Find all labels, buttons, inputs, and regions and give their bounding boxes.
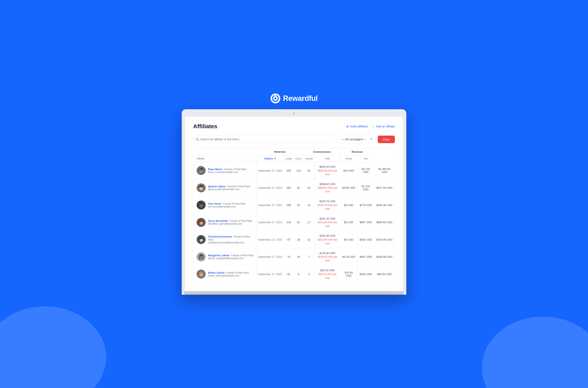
th-visitors: Visitors ▼ bbox=[257, 156, 284, 162]
header-actions: ✉ Invite affiliates ✓ Add an affiliate bbox=[346, 124, 395, 128]
visitors-count: 153 bbox=[284, 214, 294, 231]
table-row[interactable]: 👩🏼 Belkis Daniel Friends of Pied Piper d… bbox=[193, 266, 395, 283]
unpaid-main: $396.60 USD bbox=[316, 182, 339, 186]
conv-count: 12 bbox=[303, 231, 315, 248]
unpaid-commission: $26.10 USD $26.10 USD due now bbox=[314, 266, 340, 283]
unpaid-due: $162.60 USD due now bbox=[316, 238, 339, 245]
avatar: 👨🏾 bbox=[197, 200, 206, 210]
table-row[interactable]: 👩🏽 Margarite Ledner Friends of Pied Pipe… bbox=[193, 248, 395, 266]
unpaid-commission: $620.40 USD $620.40 USD due now bbox=[314, 162, 340, 179]
gross-revenue: $2,118 USD bbox=[357, 162, 374, 179]
visitors-count: 87 bbox=[284, 231, 294, 248]
affiliate-name-row: Tom Veum Friends of Pied Piper bbox=[208, 202, 246, 205]
affiliate-name-row: Beau Moen Friends of Pied Piper bbox=[208, 168, 247, 171]
th-leads: Leads bbox=[284, 156, 294, 162]
affiliate-name[interactable]: Ignacio Upton bbox=[208, 185, 226, 188]
leads-count: 20 bbox=[294, 248, 303, 266]
visitors-count: 74 bbox=[284, 248, 294, 266]
joined-date: September 27, 2022 bbox=[257, 231, 284, 248]
paid-commission: $0 USD bbox=[340, 214, 357, 231]
leads-count: 42 bbox=[294, 196, 303, 214]
affiliate-cell: 👩🏻 Christinia Kovacek Friends of Pied Pi… bbox=[193, 231, 257, 248]
table-row[interactable]: 👨🏽 Beau Moen Friends of Pied Piper beau_… bbox=[193, 162, 395, 179]
affiliate-campaign: Friends of Pied Piper bbox=[227, 185, 250, 188]
affiliate-email: ignacio.upton@example.com bbox=[208, 188, 250, 191]
affiliate-details: Gerry Bechtelar Friends of Pied Piper be… bbox=[208, 219, 252, 225]
net-revenue: $379.40 USD bbox=[374, 231, 395, 248]
affiliate-name[interactable]: Christinia Kovacek bbox=[208, 235, 232, 238]
affiliate-campaign: Friends of Pied Piper bbox=[226, 271, 249, 274]
affiliate-info: 👩🏽 Margarite Ledner Friends of Pied Pipe… bbox=[197, 252, 255, 261]
unpaid-commission: $162.60 USD $162.60 USD due now bbox=[314, 231, 340, 248]
conv-count: 43 bbox=[303, 162, 315, 179]
leads-count: 29 bbox=[294, 231, 303, 248]
table-sub-header: Affiliate Visitors ▼ Leads Conv. bbox=[193, 156, 395, 162]
envelope-icon: ✉ bbox=[346, 124, 349, 128]
paid-commission: $14.40 USD bbox=[340, 266, 357, 283]
unpaid-main: $26.10 USD bbox=[316, 268, 339, 272]
table-row[interactable]: 👩 Gerry Bechtelar Friends of Pied Piper … bbox=[193, 214, 395, 231]
affiliate-info: 👩🏻 Christinia Kovacek Friends of Pied Pi… bbox=[197, 235, 255, 244]
rewardful-logo-icon bbox=[270, 93, 281, 103]
invite-affiliates-link[interactable]: ✉ Invite affiliates bbox=[346, 124, 368, 128]
affiliate-cell: 👨🏽 Beau Moen Friends of Pied Piper beau_… bbox=[193, 162, 257, 179]
table-row[interactable]: 👩🏻 Christinia Kovacek Friends of Pied Pi… bbox=[193, 231, 395, 248]
affiliate-details: Christinia Kovacek Friends of Pied Piper… bbox=[208, 235, 255, 244]
affiliate-name[interactable]: Tom Veum bbox=[208, 202, 221, 205]
net-revenue: $655.80 USD bbox=[374, 214, 395, 231]
gross-revenue: $542 USD bbox=[357, 231, 374, 248]
checkmark-icon: ✓ bbox=[372, 124, 375, 128]
net-revenue: $326.90 USD bbox=[374, 248, 395, 266]
affiliate-info: 👩🏼 Belkis Daniel Friends of Pied Piper d… bbox=[197, 269, 255, 279]
visitors-count: 62 bbox=[284, 266, 294, 283]
affiliate-cell: 👨🏾 Tom Veum Friends of Pied Piper tom.ve… bbox=[193, 196, 257, 214]
table-group-header: Referrals Commissions Revenue bbox=[193, 148, 395, 156]
add-affiliate-link[interactable]: ✓ Add an affiliate bbox=[372, 124, 395, 128]
svg-point-2 bbox=[274, 97, 277, 99]
leads-count: 9 bbox=[294, 266, 303, 283]
search-icon: 🔍 bbox=[196, 138, 199, 141]
unpaid-due: $241.20 USD due now bbox=[316, 220, 339, 228]
avatar: 👩🏼 bbox=[197, 269, 206, 279]
th-conv: Conv. bbox=[294, 156, 303, 162]
net-revenue: $94.50 USD bbox=[374, 266, 395, 283]
page-header: Affiliates ✉ Invite affiliates ✓ Add an … bbox=[193, 123, 395, 130]
affiliate-email: tom.veum@example.com bbox=[208, 205, 246, 208]
affiliate-cell: 👩🏼 Belkis Daniel Friends of Pied Piper d… bbox=[193, 266, 257, 283]
visitors-count: 264 bbox=[284, 179, 294, 196]
joined-date: September 27, 2022 bbox=[257, 266, 284, 283]
table-row[interactable]: 👨🏻 Ignacio Upton Friends of Pied Piper i… bbox=[193, 179, 395, 196]
th-affiliate: Affiliate bbox=[193, 156, 257, 162]
paid-commission: $4.20 USD bbox=[340, 248, 357, 266]
laptop-base bbox=[184, 291, 404, 295]
avatar: 👨🏽 bbox=[197, 166, 206, 175]
gross-revenue: $1,378 USD bbox=[357, 179, 374, 196]
th-affiliate-group bbox=[193, 148, 257, 156]
visitors-count: 405 bbox=[284, 162, 294, 179]
clear-button[interactable]: Clear bbox=[378, 136, 395, 143]
affiliate-name[interactable]: Margarite Ledner bbox=[208, 254, 230, 257]
affiliate-name[interactable]: Belkis Daniel bbox=[208, 271, 225, 274]
th-revenue-group: Revenue bbox=[340, 148, 374, 156]
unpaid-main: $162.60 USD bbox=[316, 234, 339, 238]
affiliate-name[interactable]: Gerry Bechtelar bbox=[208, 219, 228, 222]
affiliate-name[interactable]: Beau Moen bbox=[208, 168, 222, 171]
table-row[interactable]: 👨🏾 Tom Veum Friends of Pied Piper tom.ve… bbox=[193, 196, 395, 214]
affiliate-cell: 👩🏽 Margarite Ledner Friends of Pied Pipe… bbox=[193, 248, 257, 266]
invite-affiliates-label: Invite affiliates bbox=[350, 125, 368, 128]
joined-date: September 27, 2022 bbox=[257, 214, 284, 231]
campaign-select[interactable]: — All campaigns — bbox=[338, 135, 375, 143]
svg-point-3 bbox=[275, 95, 276, 96]
affiliate-campaign: Friends of Pied Piper bbox=[224, 168, 247, 171]
search-wrapper: 🔍 bbox=[193, 135, 336, 143]
unpaid-commission: $233.70 USD $233.70 USD due now bbox=[314, 196, 340, 214]
affiliate-info: 👨🏾 Tom Veum Friends of Pied Piper tom.ve… bbox=[197, 200, 255, 210]
affiliates-table: Referrals Commissions Revenue Affili bbox=[193, 148, 395, 283]
avatar: 👩 bbox=[197, 218, 206, 227]
unpaid-due: $26.10 USD due now bbox=[316, 272, 339, 280]
unpaid-commission: $135.90 USD $135.90 USD due now bbox=[314, 248, 340, 266]
leads-count: 118 bbox=[294, 162, 303, 179]
search-input[interactable] bbox=[193, 135, 336, 143]
affiliate-name-row: Belkis Daniel Friends of Pied Piper bbox=[208, 271, 249, 274]
conv-count: 14 bbox=[303, 196, 315, 214]
